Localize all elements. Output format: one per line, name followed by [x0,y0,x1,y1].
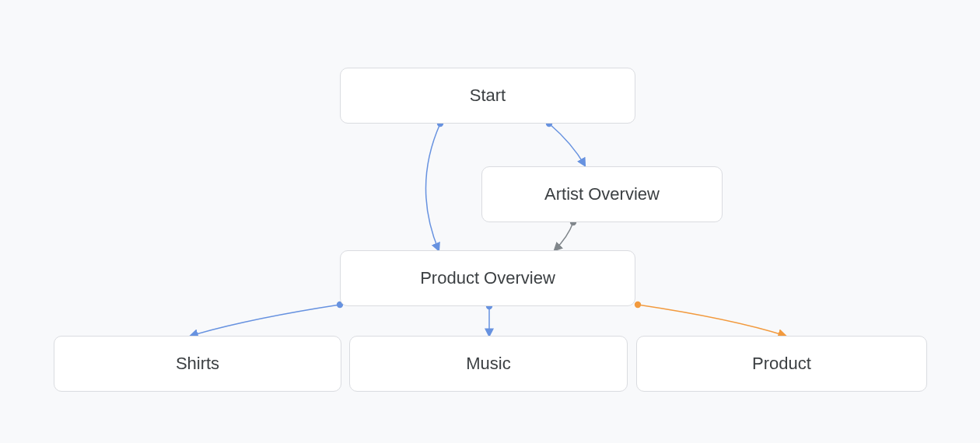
node-label: Artist Overview [544,184,660,204]
node-shirts[interactable]: Shirts [54,336,341,392]
node-product[interactable]: Product [636,336,927,392]
node-start[interactable]: Start [340,68,635,124]
node-artist-overview[interactable]: Artist Overview [481,166,723,222]
node-product-overview[interactable]: Product Overview [340,250,635,306]
node-label: Start [470,85,506,106]
edge-start-to-artist [549,124,585,166]
edge-product-overview-to-product [638,305,786,336]
edge-start-to-product-overview [425,124,440,250]
edge-product-overview-to-shirts [191,305,340,336]
node-label: Music [466,354,510,374]
node-music[interactable]: Music [349,336,628,392]
node-label: Product Overview [420,268,555,288]
edge-artist-to-product-overview [555,222,573,250]
node-label: Shirts [176,354,219,374]
node-label: Product [752,354,811,374]
